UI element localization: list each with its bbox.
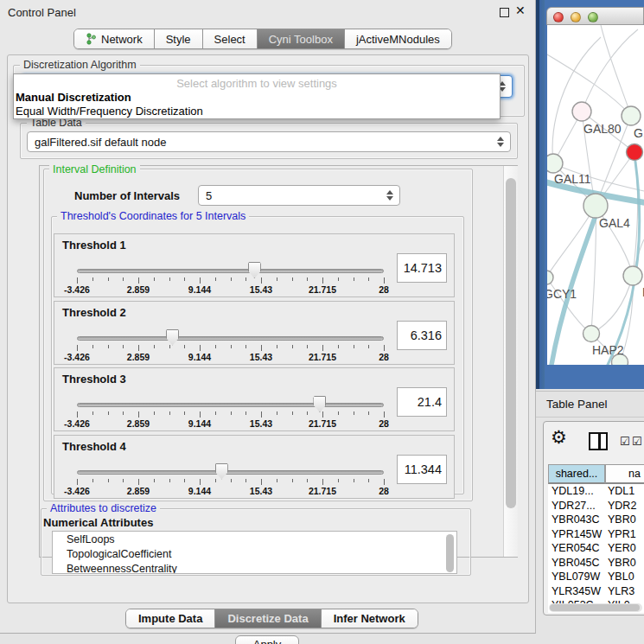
attribute-list-item[interactable]: SelfLoops xyxy=(53,532,456,546)
algorithm-prompt-item: Select algorithm to view settings xyxy=(14,77,500,90)
cell-shared-name[interactable]: YER054C xyxy=(548,541,605,556)
threshold-slider[interactable]: -3.4262.8599.14415.4321.71528 xyxy=(70,460,399,494)
table-row[interactable]: YBL079WYBL0 xyxy=(548,570,644,584)
attribute-list-item[interactable]: TopologicalCoefficient xyxy=(53,546,456,561)
numerical-attributes-list[interactable]: SelfLoopsTopologicalCoefficientBetweenne… xyxy=(52,531,457,574)
cell-name[interactable]: YBL0 xyxy=(605,570,644,584)
table-row[interactable]: YLR345WYLR3 xyxy=(548,584,644,599)
cell-shared-name[interactable]: YDR27... xyxy=(548,499,605,513)
threshold-value-field[interactable] xyxy=(397,321,447,350)
split-columns-icon[interactable] xyxy=(589,432,608,450)
algorithm-option-manual[interactable]: Manual Discretization xyxy=(16,91,131,104)
number-of-intervals-value: 5 xyxy=(206,189,212,202)
threshold-slider[interactable]: -3.4262.8599.14415.4321.71528 xyxy=(70,258,399,293)
tab-select[interactable]: Select xyxy=(202,29,257,48)
threshold-value-field[interactable] xyxy=(397,253,447,283)
cell-name[interactable]: YLR3 xyxy=(605,584,644,599)
threshold-label: Threshold 2 xyxy=(62,306,126,319)
tab-jactivemnodules[interactable]: jActiveMNodules xyxy=(344,29,451,48)
network-edge[interactable] xyxy=(582,29,638,112)
horizontal-scrollbar[interactable] xyxy=(549,603,642,612)
table-row[interactable]: YBR045CYBR0 xyxy=(548,556,644,571)
cell-shared-name[interactable]: YPR145W xyxy=(548,527,605,542)
network-node-GAL80[interactable] xyxy=(572,102,591,121)
slider-track xyxy=(77,403,384,407)
gear-icon[interactable]: ⚙ xyxy=(551,427,567,448)
column-header-shared[interactable]: shared... xyxy=(548,464,605,484)
cell-shared-name[interactable]: YBR045C xyxy=(548,556,605,571)
checkbox-icon[interactable]: ☑ xyxy=(632,435,642,448)
horizontal-scrollbar-thumb[interactable] xyxy=(550,604,640,611)
slider-track xyxy=(77,470,384,475)
vertical-scrollbar-thumb[interactable] xyxy=(506,178,516,508)
table-row[interactable]: YDR27...YDR2 xyxy=(548,499,644,513)
table-data-combobox[interactable]: galFiltered.sif default node xyxy=(27,131,511,152)
slider-thumb[interactable] xyxy=(166,329,179,346)
checkbox-icon[interactable]: ☑ xyxy=(620,435,630,448)
threshold-value-field[interactable] xyxy=(397,387,447,417)
list-scrollbar-thumb[interactable] xyxy=(446,534,454,572)
network-canvas[interactable]: GAL80G.CGAL11GAL4GCY1HHAP2 xyxy=(547,25,644,365)
cell-shared-name[interactable]: YLR345W xyxy=(548,584,605,599)
settings-scrollpane: Interval Definition Number of Intervals … xyxy=(39,165,518,558)
algorithm-option-equal-width[interactable]: Equal Width/Frequency Discretization xyxy=(16,105,203,118)
float-window-icon[interactable] xyxy=(500,8,509,17)
tab-label: Discretize Data xyxy=(227,612,308,625)
network-node-node-red[interactable] xyxy=(627,144,643,161)
threshold-panel-2: Threshold 2-3.4262.8599.14415.4321.71528 xyxy=(54,301,455,365)
apply-button[interactable]: Apply xyxy=(235,635,299,644)
column-header-name[interactable]: na xyxy=(605,464,644,484)
table-row[interactable]: YDL19...YDL1 xyxy=(548,484,644,499)
table-row[interactable]: YBR043CYBR0 xyxy=(548,513,644,527)
table-row[interactable]: YER054CYER0 xyxy=(548,541,644,556)
cell-name[interactable]: YER0 xyxy=(605,541,644,556)
network-node-GCY1[interactable] xyxy=(547,271,553,284)
tab-label: Impute Data xyxy=(138,612,202,625)
vertical-scrollbar[interactable] xyxy=(503,166,518,557)
threshold-label: Threshold 1 xyxy=(62,239,126,252)
minimize-traffic-light-icon[interactable] xyxy=(571,12,581,22)
slider-ticks xyxy=(77,411,384,418)
slider-thumb[interactable] xyxy=(313,396,326,412)
cell-name[interactable]: YBR0 xyxy=(605,556,644,571)
cell-shared-name[interactable]: YBR043C xyxy=(548,513,605,527)
tab-network[interactable]: Network xyxy=(74,29,154,48)
slider-thumb[interactable] xyxy=(215,463,228,480)
tab-style[interactable]: Style xyxy=(154,29,202,48)
threshold-slider[interactable]: -3.4262.8599.14415.4321.71528 xyxy=(70,326,399,360)
slider-ticks xyxy=(77,345,384,352)
cell-name[interactable]: YBR0 xyxy=(605,513,644,527)
cell-shared-name[interactable]: YDL19... xyxy=(548,484,605,499)
network-node-node-top-right[interactable] xyxy=(622,106,641,125)
network-node-GAL4[interactable] xyxy=(583,194,608,218)
zoom-traffic-light-icon[interactable] xyxy=(588,12,598,22)
number-of-intervals-combobox[interactable]: 5 xyxy=(198,185,400,206)
network-edge[interactable] xyxy=(601,25,631,116)
threshold-value-field[interactable] xyxy=(397,455,447,484)
network-edge[interactable] xyxy=(552,37,601,163)
slider-thumb[interactable] xyxy=(248,262,261,278)
slider-ticks xyxy=(77,277,384,284)
close-icon[interactable]: ✕ xyxy=(515,3,526,17)
cell-name[interactable]: YDR2 xyxy=(605,499,644,513)
network-edge[interactable] xyxy=(591,276,633,334)
slider-ticks xyxy=(77,479,384,486)
network-node-HAP2[interactable] xyxy=(583,326,600,342)
cell-name[interactable]: YPR1 xyxy=(605,527,644,542)
network-node-GAL11[interactable] xyxy=(547,154,563,173)
tab-impute-data[interactable]: Impute Data xyxy=(126,609,214,628)
close-traffic-light-icon[interactable] xyxy=(553,12,564,22)
tab-infer-network[interactable]: Infer Network xyxy=(321,609,418,628)
network-edge-thick[interactable] xyxy=(608,162,640,365)
network-node-label: G. xyxy=(634,126,644,140)
tab-discretize-data[interactable]: Discretize Data xyxy=(214,609,320,628)
tab-cyni-toolbox[interactable]: Cyni Toolbox xyxy=(257,29,344,48)
combo-arrows-icon xyxy=(497,137,504,147)
threshold-slider[interactable]: -3.4262.8599.14415.4321.71528 xyxy=(70,392,399,427)
attribute-list-item[interactable]: BetweennessCentrality xyxy=(53,561,456,574)
table-panel-title: Table Panel xyxy=(546,398,608,411)
network-node-node-right[interactable] xyxy=(623,266,642,285)
cell-name[interactable]: YDL1 xyxy=(605,484,644,499)
cell-shared-name[interactable]: YBL079W xyxy=(548,570,605,584)
table-row[interactable]: YPR145WYPR1 xyxy=(548,527,644,542)
